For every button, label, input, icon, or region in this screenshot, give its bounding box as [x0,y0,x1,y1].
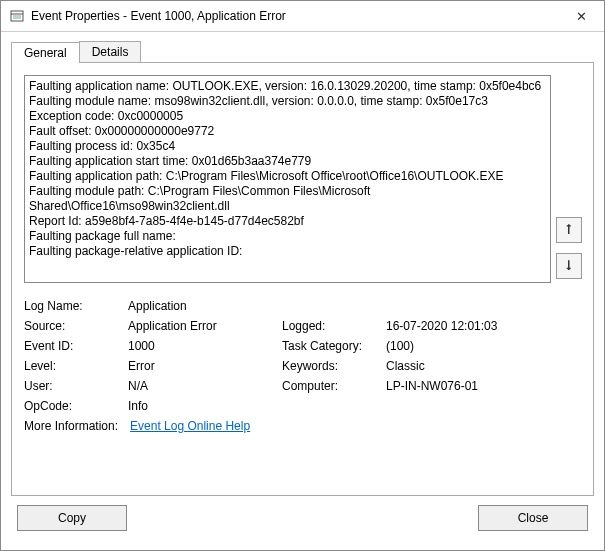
fields-grid: Log Name: Application Source: Applicatio… [24,299,581,413]
moreinfo-label: More Information: [24,419,118,433]
more-info-row: More Information: Event Log Online Help [24,419,581,433]
taskcat-value: (100) [386,339,546,353]
description-row: Faulting application name: OUTLOOK.EXE, … [24,75,581,283]
tab-general[interactable]: General [11,42,80,63]
keywords-label: Keywords: [282,359,382,373]
source-label: Source: [24,319,124,333]
keywords-value: Classic [386,359,546,373]
computer-value: LP-IN-NW076-01 [386,379,546,393]
logname-value: Application [128,299,278,313]
window: Event Properties - Event 1000, Applicati… [0,0,605,551]
tab-details[interactable]: Details [79,41,142,62]
client-area: General Details Faulting application nam… [1,32,604,550]
level-value: Error [128,359,278,373]
titlebar: Event Properties - Event 1000, Applicati… [1,1,604,32]
next-event-button[interactable]: 🠗 [556,253,582,279]
opcode-label: OpCode: [24,399,124,413]
tab-panel-general: Faulting application name: OUTLOOK.EXE, … [11,62,594,496]
tabs: General Details [11,38,594,62]
level-label: Level: [24,359,124,373]
logged-value: 16-07-2020 12:01:03 [386,319,546,333]
logname-label: Log Name: [24,299,124,313]
opcode-value: Info [128,399,278,413]
nav-arrows: 🠕 🠗 [551,75,581,283]
dialog-footer: Copy Close [11,496,594,540]
app-icon [9,8,25,24]
user-value: N/A [128,379,278,393]
source-value: Application Error [128,319,278,333]
user-label: User: [24,379,124,393]
eventid-label: Event ID: [24,339,124,353]
eventid-value: 1000 [128,339,278,353]
previous-event-button[interactable]: 🠕 [556,217,582,243]
close-button[interactable]: Close [478,505,588,531]
arrow-down-icon: 🠗 [563,259,575,273]
event-log-online-help-link[interactable]: Event Log Online Help [130,419,250,433]
logged-label: Logged: [282,319,382,333]
window-title: Event Properties - Event 1000, Applicati… [31,9,559,23]
computer-label: Computer: [282,379,382,393]
close-window-button[interactable]: ✕ [559,1,604,31]
event-description[interactable]: Faulting application name: OUTLOOK.EXE, … [24,75,551,283]
arrow-up-icon: 🠕 [563,223,575,237]
copy-button[interactable]: Copy [17,505,127,531]
taskcat-label: Task Category: [282,339,382,353]
